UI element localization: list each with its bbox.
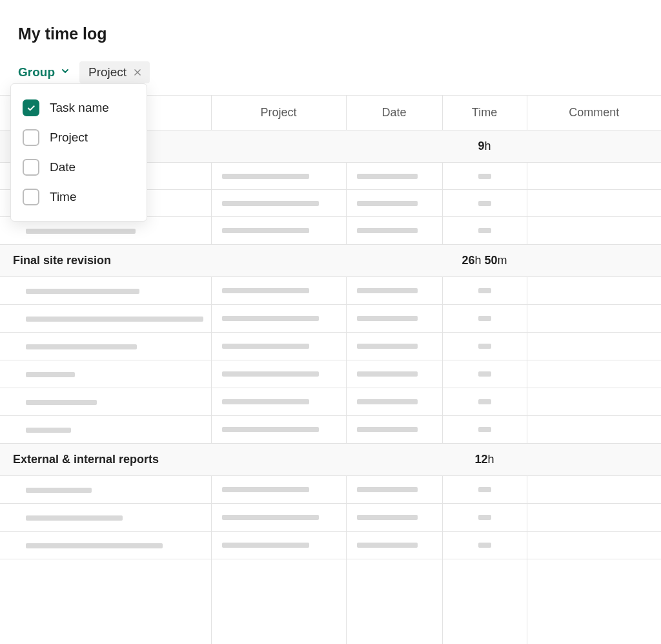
- cell-project: [211, 388, 346, 416]
- empty-cell: [442, 559, 527, 645]
- dropdown-item-project[interactable]: Project: [17, 123, 140, 152]
- cell-date: [346, 416, 442, 444]
- cell-time: [442, 476, 527, 504]
- group-comment-cell: [527, 245, 661, 277]
- group-button[interactable]: Group: [18, 64, 70, 81]
- column-header-comment[interactable]: Comment: [527, 96, 661, 130]
- cell-comment: [527, 217, 661, 245]
- cell-date: [346, 190, 442, 217]
- cell-task: [0, 476, 211, 504]
- cell-date: [346, 163, 442, 190]
- chevron-down-icon: [60, 65, 70, 79]
- empty-cell: [346, 559, 442, 645]
- checkbox-unchecked-icon: [23, 189, 39, 205]
- cell-comment: [527, 333, 661, 360]
- cell-project: [211, 163, 346, 190]
- dropdown-item-task-name[interactable]: Task name: [17, 93, 140, 123]
- cell-task: [0, 504, 211, 532]
- cell-project: [211, 532, 346, 559]
- table-row[interactable]: [0, 476, 661, 504]
- group-total-time: 12h: [442, 444, 527, 476]
- cell-time: [442, 163, 527, 190]
- table-row[interactable]: [0, 360, 661, 388]
- group-row[interactable]: External & internal reports12h: [0, 444, 661, 476]
- cell-project: [211, 190, 346, 217]
- checkbox-unchecked-icon: [23, 129, 39, 146]
- page-title: My time log: [18, 25, 661, 43]
- cell-time: [442, 305, 527, 333]
- cell-task: [0, 305, 211, 333]
- checkbox-unchecked-icon: [23, 159, 39, 176]
- cell-task: [0, 333, 211, 360]
- dropdown-item-label: Project: [50, 130, 88, 145]
- cell-project: [211, 504, 346, 532]
- cell-date: [346, 277, 442, 305]
- cell-comment: [527, 360, 661, 388]
- column-header-project[interactable]: Project: [211, 96, 346, 130]
- dropdown-item-label: Task name: [50, 101, 109, 115]
- empty-cell: [0, 559, 211, 645]
- table-row[interactable]: [0, 504, 661, 532]
- dropdown-item-time[interactable]: Time: [17, 182, 140, 212]
- cell-time: [442, 416, 527, 444]
- cell-project: [211, 333, 346, 360]
- cell-time: [442, 532, 527, 559]
- cell-time: [442, 504, 527, 532]
- cell-comment: [527, 532, 661, 559]
- cell-task: [0, 532, 211, 559]
- cell-project: [211, 476, 346, 504]
- cell-project: [211, 277, 346, 305]
- dropdown-item-date[interactable]: Date: [17, 152, 140, 182]
- cell-task: [0, 360, 211, 388]
- cell-task: [0, 277, 211, 305]
- cell-time: [442, 277, 527, 305]
- group-name: Final site revision: [0, 245, 442, 277]
- column-header-time[interactable]: Time: [442, 96, 527, 130]
- group-comment-cell: [527, 444, 661, 476]
- group-dropdown: Task name Project Date Time: [10, 83, 147, 222]
- cell-comment: [527, 190, 661, 217]
- cell-date: [346, 333, 442, 360]
- dropdown-item-label: Time: [50, 190, 77, 204]
- cell-comment: [527, 388, 661, 416]
- toolbar: Group Project Task name Project Date Tim…: [18, 61, 661, 83]
- group-row[interactable]: Final site revision26h 50m: [0, 245, 661, 277]
- table-row[interactable]: [0, 416, 661, 444]
- cell-date: [346, 360, 442, 388]
- table-row[interactable]: [0, 305, 661, 333]
- cell-comment: [527, 277, 661, 305]
- cell-date: [346, 476, 442, 504]
- cell-comment: [527, 163, 661, 190]
- table-row[interactable]: [0, 532, 661, 559]
- table-row[interactable]: [0, 388, 661, 416]
- cell-comment: [527, 476, 661, 504]
- table-row[interactable]: [0, 277, 661, 305]
- cell-task: [0, 388, 211, 416]
- cell-comment: [527, 504, 661, 532]
- cell-date: [346, 388, 442, 416]
- cell-date: [346, 504, 442, 532]
- table-row[interactable]: [0, 333, 661, 360]
- close-icon[interactable]: [133, 68, 142, 77]
- column-header-date[interactable]: Date: [346, 96, 442, 130]
- cell-time: [442, 388, 527, 416]
- cell-project: [211, 416, 346, 444]
- group-button-label: Group: [18, 65, 55, 79]
- filter-chip-label: Project: [88, 65, 127, 79]
- cell-time: [442, 190, 527, 217]
- checkbox-checked-icon: [23, 99, 39, 116]
- group-total-time: 9h: [442, 130, 527, 163]
- empty-cell: [211, 559, 346, 645]
- cell-date: [346, 532, 442, 559]
- empty-row: [0, 559, 661, 645]
- cell-date: [346, 305, 442, 333]
- cell-task: [0, 416, 211, 444]
- cell-comment: [527, 416, 661, 444]
- group-name: External & internal reports: [0, 444, 442, 476]
- cell-project: [211, 305, 346, 333]
- cell-project: [211, 217, 346, 245]
- cell-time: [442, 360, 527, 388]
- cell-date: [346, 217, 442, 245]
- dropdown-item-label: Date: [50, 160, 76, 174]
- filter-chip-project[interactable]: Project: [79, 61, 150, 83]
